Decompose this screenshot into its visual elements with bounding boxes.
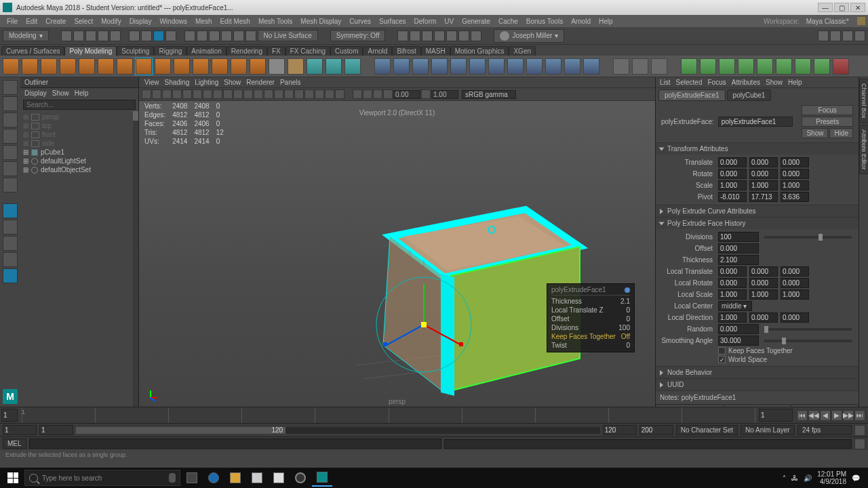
rotate-x[interactable]: [718, 169, 747, 179]
expand-icon[interactable]: ⊞: [23, 122, 28, 129]
shelf-tab[interactable]: Animation: [186, 46, 226, 56]
smooth-slider[interactable]: [764, 340, 852, 342]
outliner-menu-show[interactable]: Show: [52, 89, 69, 97]
account-dropdown[interactable]: Joseph Miller▾: [494, 29, 564, 43]
shelf-tab[interactable]: Rigging: [154, 46, 186, 56]
scale-z[interactable]: [781, 180, 809, 190]
shelf-flip[interactable]: [814, 58, 830, 75]
two-pane-layout[interactable]: [3, 236, 18, 251]
shelf-tab[interactable]: FX: [267, 46, 285, 56]
vp-gamma-field[interactable]: [431, 90, 458, 99]
shelf-poly-prism[interactable]: [174, 58, 190, 75]
outliner-menu-help[interactable]: Help: [75, 89, 89, 97]
vp-2d-pan-button[interactable]: [363, 89, 372, 99]
shelf-poly-cone[interactable]: [60, 58, 76, 75]
snap-live-button[interactable]: [233, 30, 244, 41]
keep-faces-checkbox[interactable]: [718, 347, 726, 354]
vp-colorspace-dropdown[interactable]: sRGB gamma: [462, 90, 516, 99]
vp-dof-button[interactable]: [315, 89, 324, 99]
ldir-y[interactable]: [749, 312, 778, 323]
rotate-y[interactable]: [749, 169, 778, 179]
shelf-merge-center[interactable]: [776, 58, 792, 75]
shelf-reduce[interactable]: [545, 58, 561, 75]
menu-edit[interactable]: Edit: [22, 18, 41, 25]
shelf-tab[interactable]: FX Caching: [285, 46, 330, 56]
shelf-tab[interactable]: Custom: [330, 46, 363, 56]
section-curve-header[interactable]: Poly Extrude Curve Attributes: [656, 205, 859, 217]
vp-camera-button[interactable]: [142, 89, 151, 99]
vp-safe-button[interactable]: [193, 89, 202, 99]
lscale-z[interactable]: [781, 289, 809, 300]
store-taskbar-button[interactable]: [247, 469, 267, 487]
vp-gate-button[interactable]: [162, 89, 172, 99]
lrot-y[interactable]: [749, 278, 778, 288]
shelf-quadrangulate[interactable]: [526, 58, 542, 75]
playback-start[interactable]: [39, 425, 73, 435]
menu-arnold[interactable]: Arnold: [567, 18, 595, 25]
ldir-z[interactable]: [781, 312, 809, 323]
snap-grid-button[interactable]: [184, 30, 195, 41]
outliner-item[interactable]: ⊞pCube1: [20, 148, 138, 157]
maya-taskbar-button[interactable]: [312, 469, 332, 487]
menu-mesh[interactable]: Mesh: [191, 18, 216, 25]
shelf-tab[interactable]: Sculpting: [117, 46, 154, 56]
attr-tab[interactable]: polyCube1: [727, 89, 772, 101]
shelf-poly-pyramid[interactable]: [155, 58, 171, 75]
shelf-superellipse[interactable]: [307, 58, 323, 75]
step-fwd-button[interactable]: ▶▶: [843, 410, 854, 421]
menu-meshdisplay[interactable]: Mesh Display: [296, 18, 345, 25]
menu-display[interactable]: Display: [125, 18, 156, 25]
pivot-x[interactable]: [718, 192, 747, 202]
shelf-tab[interactable]: Poly Modeling: [64, 46, 117, 56]
shelf-poly-gear[interactable]: [231, 58, 247, 75]
start-button[interactable]: [3, 469, 23, 487]
outliner-item[interactable]: ⊞persp: [20, 113, 138, 121]
attr-menu-selected[interactable]: Selected: [676, 79, 703, 86]
vp-xray-button[interactable]: [264, 89, 273, 99]
random-slider[interactable]: [764, 328, 852, 331]
snap-toggle-button[interactable]: [245, 30, 256, 41]
new-scene-button[interactable]: [61, 30, 72, 41]
shelf-poly-cylinder[interactable]: [41, 58, 57, 75]
minimize-button[interactable]: —: [818, 3, 833, 12]
vp-xray-joints-button[interactable]: [274, 89, 283, 99]
tray-chevron-icon[interactable]: ˄: [783, 474, 786, 482]
rotate-tool[interactable]: [3, 145, 18, 160]
attreditor-tab[interactable]: Attribute Editor: [859, 125, 869, 175]
persp-outliner-layout[interactable]: [3, 268, 18, 283]
vp-image-plane-button[interactable]: [353, 89, 362, 99]
shelf-detach[interactable]: [795, 58, 811, 75]
shelf-poly-pipe[interactable]: [193, 58, 209, 75]
expand-icon[interactable]: ⊞: [23, 140, 28, 147]
expand-icon[interactable]: ⊞: [23, 157, 28, 165]
render-button[interactable]: [397, 30, 408, 41]
menu-meshtools[interactable]: Mesh Tools: [254, 18, 296, 25]
vp-wireframe-button[interactable]: [203, 89, 212, 99]
vp-exposure-icon[interactable]: [383, 89, 393, 99]
mail-taskbar-button[interactable]: [269, 469, 289, 487]
render-settings-button[interactable]: [422, 30, 433, 41]
script-lang-toggle[interactable]: MEL: [3, 439, 26, 449]
edge-taskbar-button[interactable]: [203, 469, 224, 487]
range-start[interactable]: [3, 425, 37, 435]
workspace-dropdown[interactable]: Maya Classic*: [802, 18, 853, 25]
shelf-svg[interactable]: [288, 58, 304, 75]
menu-help[interactable]: Help: [595, 18, 617, 25]
select-tool[interactable]: [3, 80, 18, 95]
lock-icon[interactable]: [857, 17, 865, 25]
save-scene-button[interactable]: [85, 30, 96, 41]
divisions-slider[interactable]: [764, 236, 852, 239]
taskbar-clock[interactable]: 12:01 PM4/9/2018: [817, 470, 846, 485]
symmetry-dropdown[interactable]: Symmetry: Off: [330, 30, 386, 41]
menu-uv[interactable]: UV: [440, 18, 458, 25]
shelf-poly-cube[interactable]: [22, 58, 38, 75]
attr-tab[interactable]: polyExtrudeFace1: [658, 89, 726, 101]
shelf-bridge[interactable]: [583, 58, 599, 75]
vp-grease-button[interactable]: [373, 89, 382, 99]
live-surface-dropdown[interactable]: No Live Surface: [258, 30, 318, 41]
prefs-button[interactable]: [854, 425, 865, 436]
menu-bonus[interactable]: Bonus Tools: [522, 18, 567, 25]
menu-generate[interactable]: Generate: [458, 18, 494, 25]
panel-toggle-button[interactable]: [830, 30, 841, 41]
vp-grid-button[interactable]: [325, 89, 334, 99]
